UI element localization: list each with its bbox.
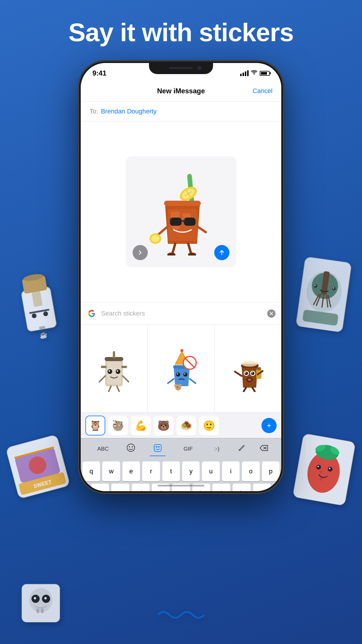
svg-line-83 — [99, 376, 105, 382]
svg-line-63 — [158, 226, 168, 235]
sticker-pack-item-6[interactable]: 🙂 — [199, 416, 219, 435]
keyboard-delete-button[interactable] — [259, 444, 268, 453]
svg-point-88 — [176, 372, 180, 377]
svg-point-108 — [245, 372, 248, 375]
svg-point-125 — [158, 446, 160, 448]
sticker-pack-item-3[interactable]: 💪 — [131, 416, 151, 435]
sticker-pack-item-1[interactable]: 🦉 — [85, 416, 105, 435]
notch-speaker — [169, 67, 193, 69]
keyboard-row-1: q w e r t y u i o p — [82, 461, 280, 481]
key-j[interactable]: j — [212, 484, 230, 491]
message-title: New iMessage — [157, 87, 205, 95]
svg-point-81 — [116, 369, 120, 374]
sticker-cell-1[interactable] — [81, 325, 148, 412]
sticker-pack-item-4[interactable]: 🐻 — [154, 416, 173, 435]
svg-point-69 — [167, 253, 175, 256]
message-header: New iMessage Cancel — [81, 80, 281, 102]
svg-line-102 — [190, 379, 196, 383]
search-bar[interactable]: Search stickers — [81, 302, 281, 325]
add-sticker-pack-button[interactable]: + — [261, 418, 277, 433]
chevron-button[interactable] — [133, 245, 148, 260]
keyboard-emoji-button[interactable] — [126, 443, 135, 454]
notch-camera — [197, 66, 201, 70]
sticker-grid: ☕ — [81, 325, 281, 412]
cancel-button[interactable]: Cancel — [253, 87, 273, 95]
svg-point-114 — [247, 378, 252, 381]
phone-frame: 9:41 — [79, 61, 283, 493]
drink-sticker-svg — [143, 168, 219, 256]
phone-screen: 9:41 — [81, 63, 281, 491]
svg-point-80 — [109, 370, 110, 372]
sticker-pack-item-5[interactable]: 🧆 — [176, 416, 196, 435]
keyboard-toolbar: ABC GIF :-) — [81, 438, 281, 459]
to-label: To: — [89, 108, 98, 115]
recipient-name[interactable]: Brendan Dougherty — [101, 108, 157, 115]
search-clear-button[interactable] — [267, 309, 275, 318]
battery-icon — [260, 71, 270, 76]
svg-point-122 — [132, 446, 133, 447]
keyboard-sticker-button[interactable] — [150, 441, 166, 456]
key-y[interactable]: y — [182, 461, 200, 481]
svg-line-101 — [168, 379, 174, 383]
svg-rect-47 — [36, 608, 39, 613]
key-t[interactable]: t — [162, 461, 180, 481]
svg-point-119 — [241, 361, 258, 367]
google-logo — [87, 308, 97, 319]
svg-rect-76 — [121, 366, 127, 368]
keyboard-gif-button[interactable]: GIF — [180, 443, 196, 454]
key-i[interactable]: i — [222, 461, 240, 481]
message-sticker-bubble — [126, 156, 236, 267]
key-a[interactable]: a — [91, 484, 109, 491]
svg-line-68 — [188, 244, 191, 254]
key-s[interactable]: s — [111, 484, 129, 491]
deco-sticker-strawberry — [286, 427, 362, 512]
svg-point-89 — [177, 373, 178, 374]
svg-point-70 — [188, 253, 196, 256]
key-u[interactable]: u — [202, 461, 219, 481]
search-input[interactable]: Search stickers — [101, 310, 263, 317]
keyboard-pencil-button[interactable] — [238, 444, 245, 454]
signal-icon — [240, 70, 249, 76]
sticker-cell-3[interactable]: ☕ — [215, 325, 281, 412]
svg-rect-48 — [41, 608, 44, 613]
svg-point-46 — [44, 597, 47, 599]
status-icons — [240, 70, 270, 76]
key-w[interactable]: w — [102, 461, 120, 481]
key-l[interactable]: l — [253, 484, 271, 491]
wifi-icon — [251, 70, 257, 76]
svg-rect-58 — [170, 218, 182, 226]
svg-line-115 — [235, 372, 242, 376]
svg-rect-123 — [154, 444, 161, 452]
svg-point-121 — [129, 446, 130, 447]
svg-rect-59 — [184, 218, 196, 226]
sticker-cell-2[interactable] — [148, 325, 215, 412]
key-o[interactable]: o — [242, 461, 259, 481]
svg-point-82 — [117, 370, 118, 372]
key-k[interactable]: k — [233, 484, 250, 491]
svg-rect-71 — [164, 201, 201, 206]
send-button[interactable] — [214, 245, 229, 260]
key-d[interactable]: d — [132, 484, 150, 491]
svg-point-44 — [34, 597, 36, 599]
keyboard-emoticon-button[interactable]: :-) — [211, 443, 223, 454]
svg-line-118 — [252, 388, 255, 391]
svg-point-61 — [169, 218, 172, 221]
key-p[interactable]: p — [262, 461, 280, 481]
key-q[interactable]: q — [82, 461, 100, 481]
phone-notch — [149, 63, 213, 74]
svg-point-62 — [183, 218, 186, 221]
svg-point-124 — [156, 446, 157, 448]
key-r[interactable]: r — [142, 461, 160, 481]
svg-line-117 — [244, 388, 246, 391]
deco-sticker-coffee: ☕ — [0, 258, 77, 349]
svg-point-112 — [252, 372, 253, 373]
svg-line-85 — [109, 386, 111, 391]
home-indicator — [158, 485, 204, 487]
keyboard-abc-button[interactable]: ABC — [94, 443, 112, 454]
svg-point-111 — [251, 372, 254, 375]
sticker-pack-item-2[interactable]: 🦥 — [108, 416, 128, 435]
svg-point-65 — [151, 235, 159, 242]
svg-rect-105 — [257, 367, 261, 370]
svg-line-84 — [123, 376, 129, 382]
key-e[interactable]: e — [122, 461, 140, 481]
